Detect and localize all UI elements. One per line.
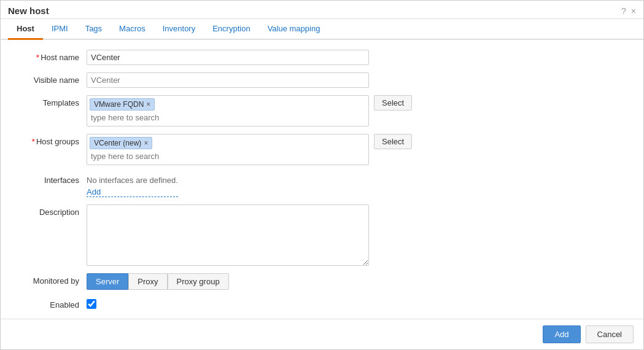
description-textarea[interactable] (87, 204, 369, 266)
cancel-button[interactable]: Cancel (586, 325, 634, 343)
visible-name-input[interactable] (87, 72, 369, 88)
visible-name-row: Visible name (13, 72, 631, 88)
host-groups-label: *Host groups (13, 134, 87, 146)
visible-name-label: Visible name (13, 72, 87, 85)
monitored-by-buttons: Server Proxy Proxy group (87, 273, 229, 290)
enabled-row: Enabled (13, 297, 631, 309)
host-group-tag-remove[interactable]: × (144, 139, 148, 147)
host-name-label: *Host name (13, 50, 87, 62)
host-groups-row: *Host groups VCenter (new) × Select (13, 134, 631, 165)
templates-multiselect[interactable]: VMware FQDN × (87, 95, 369, 126)
host-group-tag-label: VCenter (new) (94, 139, 141, 147)
no-interfaces-text: No interfaces are defined. (87, 173, 178, 185)
host-name-input[interactable] (87, 50, 369, 65)
host-groups-multiselect-row: VCenter (new) × Select (87, 134, 412, 165)
tab-tags[interactable]: Tags (77, 19, 111, 40)
tab-ipmi[interactable]: IPMI (43, 19, 77, 40)
monitored-by-label: Monitored by (13, 273, 87, 286)
template-tag-label: VMware FQDN (94, 100, 144, 109)
tab-inventory[interactable]: Inventory (154, 19, 204, 40)
required-star: * (36, 53, 39, 62)
tab-value-mapping[interactable]: Value mapping (259, 19, 329, 40)
templates-multiselect-row: VMware FQDN × Select (87, 95, 412, 126)
monitored-server-button[interactable]: Server (87, 273, 128, 290)
tab-encryption[interactable]: Encryption (204, 19, 258, 40)
tab-macros[interactable]: Macros (111, 19, 154, 40)
dialog-title: New host (8, 6, 49, 16)
interfaces-label: Interfaces (13, 173, 87, 185)
templates-search-input[interactable] (90, 112, 212, 123)
description-label: Description (13, 204, 87, 217)
templates-tags-row: VMware FQDN × (90, 98, 366, 111)
template-tag-vmware: VMware FQDN × (90, 98, 155, 111)
templates-row: Templates VMware FQDN × Select (13, 95, 631, 126)
enabled-checkbox[interactable] (87, 299, 96, 309)
help-icon[interactable]: ? (621, 6, 626, 16)
host-groups-tags-row: VCenter (new) × (90, 137, 366, 149)
enabled-checkbox-row (87, 297, 96, 309)
add-button[interactable]: Add (543, 325, 580, 343)
required-star-2: * (32, 137, 35, 146)
form-body: *Host name Visible name Templates VMware… (1, 40, 643, 327)
interfaces-content: No interfaces are defined. Add (87, 173, 178, 197)
host-groups-select-button[interactable]: Select (374, 134, 412, 149)
dialog-header: New host ? × (1, 1, 643, 19)
header-icons: ? × (621, 6, 636, 16)
interfaces-add-link[interactable]: Add (87, 187, 178, 197)
host-group-tag-vcenter: VCenter (new) × (90, 137, 152, 149)
host-groups-multiselect[interactable]: VCenter (new) × (87, 134, 369, 165)
monitored-proxy-button[interactable]: Proxy (128, 273, 167, 290)
templates-label: Templates (13, 95, 87, 107)
dialog-footer: Add Cancel (1, 319, 643, 349)
host-name-row: *Host name (13, 50, 631, 65)
enabled-label: Enabled (13, 297, 87, 309)
tab-bar: Host IPMI Tags Macros Inventory Encrypti… (1, 19, 643, 40)
interfaces-row: Interfaces No interfaces are defined. Ad… (13, 173, 631, 197)
new-host-dialog: New host ? × Host IPMI Tags Macros Inven… (0, 0, 644, 350)
templates-select-button[interactable]: Select (374, 95, 412, 111)
monitored-proxy-group-button[interactable]: Proxy group (168, 273, 229, 290)
host-groups-search-input[interactable] (90, 150, 212, 162)
close-icon[interactable]: × (631, 6, 636, 16)
template-tag-remove[interactable]: × (146, 101, 150, 108)
monitored-by-row: Monitored by Server Proxy Proxy group (13, 273, 631, 290)
tab-host[interactable]: Host (8, 19, 43, 40)
description-row: Description (13, 204, 631, 266)
